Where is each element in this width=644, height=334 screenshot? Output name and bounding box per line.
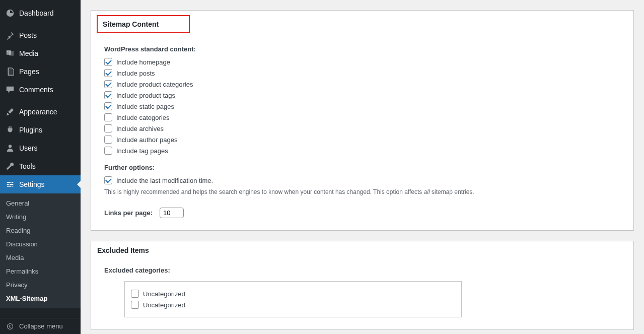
checkbox-include-homepage[interactable] — [104, 58, 112, 66]
svg-point-2 — [7, 323, 13, 329]
dashboard-icon — [5, 8, 15, 18]
sidebar-item-label: Posts — [19, 31, 37, 39]
collapse-menu-button[interactable]: Collapse menu — [0, 318, 81, 334]
sliders-icon — [5, 179, 15, 189]
option-label: Include author pages — [116, 136, 177, 144]
sidebar-item-users[interactable]: Users — [0, 139, 81, 157]
sidebar-item-appearance[interactable]: Appearance — [0, 103, 81, 121]
option-include-posts[interactable]: Include posts — [104, 69, 620, 77]
sidebar-item-label: Dashboard — [19, 9, 54, 17]
checkbox-include-tag-pages[interactable] — [104, 147, 112, 155]
option-include-archives[interactable]: Include archives — [104, 124, 620, 132]
excluded-categories-list: Uncategorized Uncategorized — [124, 281, 462, 317]
sidebar-item-posts[interactable]: Posts — [0, 26, 81, 44]
further-options-heading: Further options: — [104, 164, 620, 171]
sidebar-item-label: Pages — [19, 68, 39, 76]
submenu-item-discussion[interactable]: Discussion — [0, 237, 81, 251]
sidebar-item-label: Tools — [19, 162, 36, 170]
sidebar-item-dashboard[interactable]: Dashboard — [0, 4, 81, 22]
user-icon — [5, 143, 15, 153]
option-include-author-pages[interactable]: Include author pages — [104, 136, 620, 144]
option-include-product-categories[interactable]: Include product categories — [104, 80, 620, 88]
submenu-item-privacy[interactable]: Privacy — [0, 278, 81, 292]
sidebar-item-label: Media — [19, 49, 38, 57]
sidebar-item-comments[interactable]: Comments — [0, 81, 81, 99]
option-label: Include tag pages — [116, 147, 168, 155]
sidebar-item-settings[interactable]: Settings — [0, 175, 81, 193]
checkbox-include-static-pages[interactable] — [104, 102, 112, 110]
collapse-label: Collapse menu — [19, 322, 63, 330]
checkbox-include-categories[interactable] — [104, 113, 112, 121]
pin-icon — [5, 30, 15, 40]
sidebar-item-label: Comments — [19, 86, 53, 94]
checkbox-include-author-pages[interactable] — [104, 136, 112, 144]
help-text-pre: This is highly recommended and helps the… — [104, 188, 424, 195]
checkbox-include-product-categories[interactable] — [104, 80, 112, 88]
option-include-static-pages[interactable]: Include static pages — [104, 102, 620, 110]
media-icon — [5, 48, 15, 58]
links-per-page-label: Links per page: — [104, 209, 153, 217]
excluded-categories-heading: Excluded categories: — [104, 266, 620, 274]
submenu-item-media[interactable]: Media — [0, 251, 81, 264]
panel-title-highlight: Sitemap Content — [97, 15, 190, 33]
option-include-tag-pages[interactable]: Include tag pages — [104, 147, 620, 155]
last-modification-help: This is highly recommended and helps the… — [104, 187, 620, 196]
sidebar-item-label: Appearance — [19, 108, 57, 116]
checkbox-excluded-uncategorized-2[interactable] — [131, 301, 139, 309]
excluded-category-label: Uncategorized — [143, 290, 185, 298]
option-label: Include archives — [116, 125, 164, 132]
sidebar-item-pages[interactable]: Pages — [0, 62, 81, 81]
brush-icon — [5, 107, 15, 117]
wrench-icon — [5, 161, 15, 171]
option-label: Include homepage — [116, 58, 170, 66]
option-label: Include static pages — [116, 103, 174, 110]
checkbox-last-modification[interactable] — [104, 176, 112, 184]
comment-icon — [5, 85, 15, 95]
links-per-page-row: Links per page: — [104, 208, 620, 218]
links-per-page-input[interactable] — [160, 208, 184, 218]
option-label: Include posts — [116, 70, 155, 77]
panel-header: Sitemap Content — [91, 11, 633, 38]
panel-title: Excluded Items — [91, 241, 633, 259]
standard-content-heading: WordPress standard content: — [104, 45, 620, 53]
plug-icon — [5, 125, 15, 135]
excluded-category-label: Uncategorized — [143, 301, 185, 309]
checkbox-excluded-uncategorized-1[interactable] — [131, 290, 139, 298]
sitemap-content-panel: Sitemap Content WordPress standard conte… — [91, 10, 634, 231]
checkbox-include-posts[interactable] — [104, 69, 112, 77]
pages-icon — [5, 66, 15, 77]
option-include-product-tags[interactable]: Include product tags — [104, 91, 620, 99]
excluded-category-item[interactable]: Uncategorized — [131, 301, 455, 309]
collapse-icon — [5, 323, 15, 330]
sidebar-item-label: Users — [19, 144, 38, 152]
excluded-category-item[interactable]: Uncategorized — [131, 290, 455, 298]
sidebar-item-tools[interactable]: Tools — [0, 157, 81, 175]
admin-sidebar: Dashboard Posts Media Pages Comments App… — [0, 0, 81, 334]
option-label: Include the last modification time. — [116, 177, 213, 184]
submenu-item-permalinks[interactable]: Permalinks — [0, 264, 81, 278]
submenu-item-xml-sitemap[interactable]: XML-Sitemap — [0, 292, 81, 305]
content-area: Sitemap Content WordPress standard conte… — [81, 0, 644, 334]
svg-point-0 — [8, 51, 9, 52]
submenu-item-reading[interactable]: Reading — [0, 224, 81, 237]
settings-submenu: General Writing Reading Discussion Media… — [0, 193, 81, 308]
help-text-post: sitemap entries. — [430, 188, 474, 195]
option-last-modification[interactable]: Include the last modification time. — [104, 176, 620, 184]
submenu-item-writing[interactable]: Writing — [0, 210, 81, 224]
checkbox-include-archives[interactable] — [104, 124, 112, 132]
sidebar-item-media[interactable]: Media — [0, 44, 81, 62]
option-label: Include product categories — [116, 81, 193, 88]
checkbox-include-product-tags[interactable] — [104, 91, 112, 99]
option-include-categories[interactable]: Include categories — [104, 113, 620, 121]
help-text-em: all — [424, 188, 430, 195]
submenu-item-general[interactable]: General — [0, 196, 81, 210]
panel-title: Sitemap Content — [103, 20, 159, 28]
excluded-items-panel: Excluded Items Excluded categories: Unca… — [91, 241, 634, 330]
sidebar-item-label: Plugins — [19, 126, 42, 134]
sidebar-item-label: Settings — [19, 180, 45, 188]
option-label: Include categories — [116, 114, 170, 121]
sidebar-item-plugins[interactable]: Plugins — [0, 121, 81, 139]
option-include-homepage[interactable]: Include homepage — [104, 58, 620, 66]
option-label: Include product tags — [116, 92, 175, 99]
svg-point-1 — [9, 145, 12, 148]
